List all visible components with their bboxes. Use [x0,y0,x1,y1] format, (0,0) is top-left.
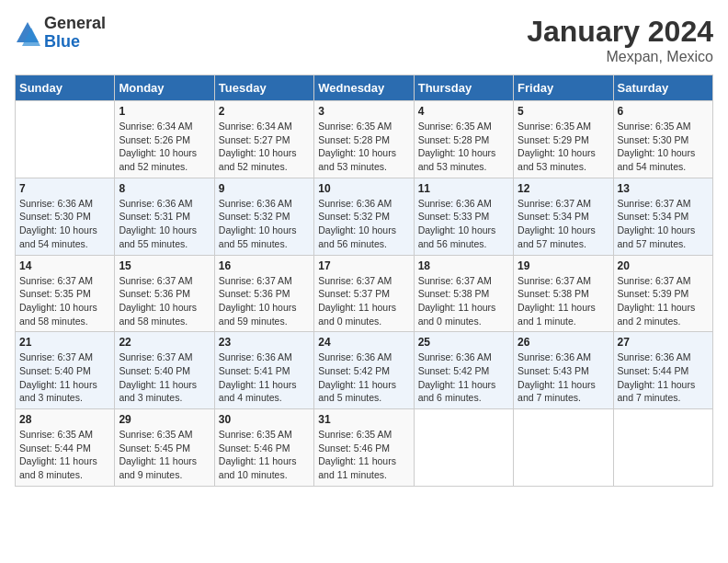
logo-icon [15,20,40,46]
day-info: Sunrise: 6:37 AMSunset: 5:35 PMDaylight:… [19,274,110,328]
day-number: 20 [618,259,709,272]
day-info: Sunrise: 6:36 AMSunset: 5:33 PMDaylight:… [418,197,509,251]
header-cell-tuesday: Tuesday [214,75,313,101]
calendar-cell: 4Sunrise: 6:35 AMSunset: 5:28 PMDaylight… [414,101,513,178]
calendar-cell: 14Sunrise: 6:37 AMSunset: 5:35 PMDayligh… [16,255,115,332]
day-info: Sunrise: 6:35 AMSunset: 5:29 PMDaylight:… [518,120,609,174]
page-title: January 2024 [527,15,713,49]
logo-blue-text: Blue [44,32,80,51]
day-number: 18 [418,259,509,272]
day-info: Sunrise: 6:36 AMSunset: 5:42 PMDaylight:… [418,350,509,405]
header-cell-saturday: Saturday [613,75,712,101]
day-number: 24 [318,336,409,349]
calendar-cell [514,409,613,487]
day-number: 30 [219,413,310,426]
day-info: Sunrise: 6:37 AMSunset: 5:36 PMDaylight:… [219,274,310,328]
day-number: 7 [19,182,110,195]
calendar-header: SundayMondayTuesdayWednesdayThursdayFrid… [16,75,713,101]
day-number: 21 [19,336,110,349]
day-number: 19 [518,259,609,272]
calendar-week-0: 1Sunrise: 6:34 AMSunset: 5:26 PMDaylight… [16,101,713,178]
day-info: Sunrise: 6:35 AMSunset: 5:45 PMDaylight:… [119,428,210,482]
day-info: Sunrise: 6:37 AMSunset: 5:34 PMDaylight:… [518,197,609,251]
day-number: 28 [19,413,110,426]
day-number: 5 [518,105,609,118]
calendar-cell: 21Sunrise: 6:37 AMSunset: 5:40 PMDayligh… [16,332,115,409]
calendar-cell: 17Sunrise: 6:37 AMSunset: 5:37 PMDayligh… [314,255,414,332]
calendar-cell: 5Sunrise: 6:35 AMSunset: 5:29 PMDaylight… [514,101,613,178]
day-info: Sunrise: 6:36 AMSunset: 5:44 PMDaylight:… [618,350,709,405]
day-number: 1 [119,105,210,118]
calendar-cell: 13Sunrise: 6:37 AMSunset: 5:34 PMDayligh… [613,178,712,255]
day-number: 13 [618,182,709,195]
calendar-cell: 2Sunrise: 6:34 AMSunset: 5:27 PMDaylight… [214,101,313,178]
day-number: 31 [318,413,409,426]
day-info: Sunrise: 6:35 AMSunset: 5:44 PMDaylight:… [19,428,110,482]
logo: General Blue [15,15,106,52]
calendar-cell [414,409,513,487]
day-info: Sunrise: 6:35 AMSunset: 5:30 PMDaylight:… [618,120,709,174]
header-cell-thursday: Thursday [414,75,513,101]
day-number: 22 [119,336,210,349]
day-number: 12 [518,182,609,195]
day-info: Sunrise: 6:36 AMSunset: 5:42 PMDaylight:… [318,350,409,405]
calendar-cell: 11Sunrise: 6:36 AMSunset: 5:33 PMDayligh… [414,178,513,255]
calendar-cell: 26Sunrise: 6:36 AMSunset: 5:43 PMDayligh… [514,332,613,409]
calendar-cell: 29Sunrise: 6:35 AMSunset: 5:45 PMDayligh… [115,409,214,487]
day-info: Sunrise: 6:36 AMSunset: 5:43 PMDaylight:… [518,350,609,405]
calendar-cell: 22Sunrise: 6:37 AMSunset: 5:40 PMDayligh… [115,332,214,409]
header-row: SundayMondayTuesdayWednesdayThursdayFrid… [16,75,713,101]
calendar-week-1: 7Sunrise: 6:36 AMSunset: 5:30 PMDaylight… [16,178,713,255]
title-block: January 2024 Mexpan, Mexico [527,15,713,65]
calendar-cell: 20Sunrise: 6:37 AMSunset: 5:39 PMDayligh… [613,255,712,332]
day-info: Sunrise: 6:36 AMSunset: 5:41 PMDaylight:… [219,350,310,405]
calendar-week-3: 21Sunrise: 6:37 AMSunset: 5:40 PMDayligh… [16,332,713,409]
header-cell-monday: Monday [115,75,214,101]
calendar-cell: 27Sunrise: 6:36 AMSunset: 5:44 PMDayligh… [613,332,712,409]
calendar-cell: 15Sunrise: 6:37 AMSunset: 5:36 PMDayligh… [115,255,214,332]
day-info: Sunrise: 6:37 AMSunset: 5:40 PMDaylight:… [119,350,210,405]
day-info: Sunrise: 6:35 AMSunset: 5:28 PMDaylight:… [318,120,409,174]
day-number: 23 [219,336,310,349]
day-info: Sunrise: 6:37 AMSunset: 5:38 PMDaylight:… [418,274,509,328]
calendar-cell: 3Sunrise: 6:35 AMSunset: 5:28 PMDaylight… [314,101,414,178]
calendar-cell: 19Sunrise: 6:37 AMSunset: 5:38 PMDayligh… [514,255,613,332]
calendar-cell: 31Sunrise: 6:35 AMSunset: 5:46 PMDayligh… [314,409,414,487]
day-number: 11 [418,182,509,195]
calendar-cell: 10Sunrise: 6:36 AMSunset: 5:32 PMDayligh… [314,178,414,255]
calendar-cell [16,101,115,178]
day-info: Sunrise: 6:37 AMSunset: 5:37 PMDaylight:… [318,274,409,328]
calendar-week-4: 28Sunrise: 6:35 AMSunset: 5:44 PMDayligh… [16,409,713,487]
calendar-cell: 12Sunrise: 6:37 AMSunset: 5:34 PMDayligh… [514,178,613,255]
page-subtitle: Mexpan, Mexico [527,49,713,65]
day-info: Sunrise: 6:35 AMSunset: 5:46 PMDaylight:… [318,428,409,482]
calendar-cell: 6Sunrise: 6:35 AMSunset: 5:30 PMDaylight… [613,101,712,178]
day-number: 15 [119,259,210,272]
calendar-cell: 8Sunrise: 6:36 AMSunset: 5:31 PMDaylight… [115,178,214,255]
day-info: Sunrise: 6:37 AMSunset: 5:40 PMDaylight:… [19,350,110,405]
day-number: 8 [119,182,210,195]
day-info: Sunrise: 6:36 AMSunset: 5:30 PMDaylight:… [19,197,110,251]
day-number: 16 [219,259,310,272]
calendar-cell: 24Sunrise: 6:36 AMSunset: 5:42 PMDayligh… [314,332,414,409]
day-number: 10 [318,182,409,195]
day-number: 9 [219,182,310,195]
day-number: 27 [618,336,709,349]
day-info: Sunrise: 6:37 AMSunset: 5:36 PMDaylight:… [119,274,210,328]
day-info: Sunrise: 6:35 AMSunset: 5:46 PMDaylight:… [219,428,310,482]
calendar-cell: 1Sunrise: 6:34 AMSunset: 5:26 PMDaylight… [115,101,214,178]
day-info: Sunrise: 6:37 AMSunset: 5:39 PMDaylight:… [618,274,709,328]
header-cell-friday: Friday [514,75,613,101]
day-number: 26 [518,336,609,349]
day-number: 6 [618,105,709,118]
header-cell-sunday: Sunday [16,75,115,101]
day-info: Sunrise: 6:36 AMSunset: 5:32 PMDaylight:… [219,197,310,251]
calendar-cell: 16Sunrise: 6:37 AMSunset: 5:36 PMDayligh… [214,255,313,332]
calendar-cell: 18Sunrise: 6:37 AMSunset: 5:38 PMDayligh… [414,255,513,332]
page-header: General Blue January 2024 Mexpan, Mexico [15,15,713,65]
calendar-cell: 23Sunrise: 6:36 AMSunset: 5:41 PMDayligh… [214,332,313,409]
day-info: Sunrise: 6:37 AMSunset: 5:34 PMDaylight:… [618,197,709,251]
calendar-cell: 9Sunrise: 6:36 AMSunset: 5:32 PMDaylight… [214,178,313,255]
day-info: Sunrise: 6:36 AMSunset: 5:31 PMDaylight:… [119,197,210,251]
day-info: Sunrise: 6:34 AMSunset: 5:27 PMDaylight:… [219,120,310,174]
